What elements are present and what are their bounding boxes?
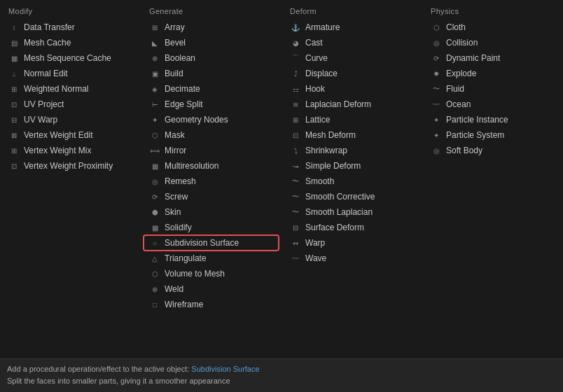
menu-item-laplacian-deform[interactable]: ≋Laplacian Deform [284, 97, 419, 112]
warp-icon: ↭ [290, 237, 301, 248]
menu-item-label: Smooth Corrective [305, 192, 375, 202]
wireframe-icon: □ [149, 299, 160, 310]
menu-item-weighted-normal[interactable]: ⊞Weighted Normal [3, 81, 138, 97]
menu-item-smooth[interactable]: 〜Smooth [284, 174, 419, 189]
menu-item-wave[interactable]: 〰Wave [284, 251, 419, 266]
menu-item-wireframe[interactable]: □Wireframe [144, 297, 279, 312]
menu-item-dynamic-paint[interactable]: ⟳Dynamic Paint [425, 50, 560, 66]
menu-item-label: Wave [305, 253, 326, 263]
menu-item-data-transfer[interactable]: ↕Data Transfer [3, 20, 138, 35]
menu-item-decimate[interactable]: ◈Decimate [144, 81, 279, 97]
part-inst-icon: ✦ [431, 114, 442, 125]
column-header-modify: Modify [3, 6, 138, 20]
menu-item-bevel[interactable]: ◣Bevel [144, 35, 279, 50]
menu-item-volume-to-mesh[interactable]: ⬡Volume to Mesh [144, 266, 279, 281]
menu-item-vertex-weight-edit[interactable]: ⊠Vertex Weight Edit [3, 127, 138, 143]
menu-item-triangulate[interactable]: △Triangulate [144, 251, 279, 266]
menu-item-mirror[interactable]: ⟺Mirror [144, 143, 279, 158]
menu-item-armature[interactable]: ⚓Armature [284, 20, 419, 35]
menu-item-multiresolution[interactable]: ▦Multiresolution [144, 158, 279, 174]
menu-item-label: Mesh Cache [24, 38, 71, 48]
menu-item-label: Skin [165, 207, 181, 217]
menu-item-fluid[interactable]: 〜Fluid [425, 81, 560, 97]
menu-item-label: Surface Deform [305, 223, 364, 232]
menu-item-build[interactable]: ▣Build [144, 66, 279, 81]
menu-item-label: Particle Instance [446, 115, 508, 125]
menu-item-ocean[interactable]: 〰Ocean [425, 97, 560, 112]
menu-item-normal-edit[interactable]: ⟂Normal Edit [3, 66, 138, 81]
menu-item-solidify[interactable]: ▩Solidify [144, 220, 279, 235]
menu-item-uv-warp[interactable]: ⊟UV Warp [3, 112, 138, 127]
menu-item-uv-project[interactable]: ⊡UV Project [3, 97, 138, 112]
menu-item-soft-body[interactable]: ◎Soft Body [425, 143, 560, 158]
menu-item-label: Weld [165, 284, 183, 294]
hook-icon: ⚏ [290, 83, 301, 94]
menu-item-mesh-deform[interactable]: ⊡Mesh Deform [284, 127, 419, 143]
column-modify: Modify↕Data Transfer▤Mesh Cache▦Mesh Seq… [0, 6, 141, 358]
vw-mix-icon: ⊞ [8, 145, 20, 156]
menu-item-geometry-nodes[interactable]: ✦Geometry Nodes [144, 112, 279, 127]
menu-item-label: Mesh Deform [305, 130, 356, 140]
menu-item-boolean[interactable]: ⊕Boolean [144, 50, 279, 66]
menu-item-label: Wireframe [165, 300, 203, 309]
menu-item-remesh[interactable]: ◎Remesh [144, 174, 279, 189]
edge-split-icon: ⊢ [149, 99, 160, 110]
smooth-icon: 〜 [290, 176, 301, 187]
menu-item-label: Array [165, 22, 185, 32]
menu-item-mesh-sequence-cache[interactable]: ▦Mesh Sequence Cache [3, 50, 138, 66]
explode-icon: ✸ [431, 68, 442, 79]
mask-icon: ⬡ [149, 130, 160, 141]
menu-item-label: Soft Body [446, 146, 482, 155]
menu-item-array[interactable]: ⊞Array [144, 20, 279, 35]
menu-item-particle-instance[interactable]: ✦Particle Instance [425, 112, 560, 127]
uv-proj-icon: ⊡ [8, 99, 20, 110]
menu-item-warp[interactable]: ↭Warp [284, 235, 419, 251]
menu-item-cloth[interactable]: ⬡Cloth [425, 20, 560, 35]
tooltip-highlight: Subdivision Surface [191, 365, 259, 373]
build-icon: ▣ [149, 68, 160, 79]
column-header-deform: Deform [284, 6, 419, 20]
multires-icon: ▦ [149, 160, 160, 172]
menu-item-simple-deform[interactable]: ↝Simple Deform [284, 158, 419, 174]
menu-item-hook[interactable]: ⚏Hook [284, 81, 419, 97]
menu-item-label: Solidify [165, 223, 192, 232]
normal-icon: ⟂ [8, 68, 20, 79]
menu-item-subdivision-surface[interactable]: ○Subdivision Surface [144, 235, 279, 251]
menu-item-cast[interactable]: ◕Cast [284, 35, 419, 50]
menu-item-label: Decimate [165, 84, 200, 94]
menu-item-lattice[interactable]: ⊞Lattice [284, 112, 419, 127]
columns-row: Modify↕Data Transfer▤Mesh Cache▦Mesh Seq… [0, 0, 563, 358]
menu-item-smooth-laplacian[interactable]: 〜Smooth Laplacian [284, 204, 419, 220]
menu-item-smooth-corrective[interactable]: 〜Smooth Corrective [284, 189, 419, 204]
menu-item-shrinkwrap[interactable]: ⤵Shrinkwrap [284, 143, 419, 158]
menu-item-particle-system[interactable]: ✦Particle System [425, 127, 560, 143]
menu-item-vertex-weight-proximity[interactable]: ⊡Vertex Weight Proximity [3, 158, 138, 174]
solidify-icon: ▩ [149, 222, 160, 233]
menu-item-collision[interactable]: ◎Collision [425, 35, 560, 50]
menu-item-skin[interactable]: ⬢Skin [144, 204, 279, 220]
menu-item-mesh-cache[interactable]: ▤Mesh Cache [3, 35, 138, 50]
menu-item-mask[interactable]: ⬡Mask [144, 127, 279, 143]
menu-item-surface-deform[interactable]: ⊟Surface Deform [284, 220, 419, 235]
menu-item-label: Warp [305, 238, 325, 248]
menu-item-explode[interactable]: ✸Explode [425, 66, 560, 81]
tooltip-bar: Add a procedural operation/effect to the… [0, 358, 563, 392]
menu-item-displace[interactable]: ⤴Displace [284, 66, 419, 81]
menu-item-weld[interactable]: ⊕Weld [144, 281, 279, 297]
menu-item-label: Boolean [165, 53, 195, 63]
smooth-corr-icon: 〜 [290, 191, 301, 202]
skin-icon: ⬢ [149, 206, 160, 218]
bevel-icon: ◣ [149, 37, 160, 48]
column-header-generate: Generate [144, 6, 279, 20]
menu-item-label: Mirror [165, 146, 186, 155]
vw-edit-icon: ⊠ [8, 130, 20, 141]
menu-item-curve[interactable]: ⌒Curve [284, 50, 419, 66]
column-generate: Generate⊞Array◣Bevel⊕Boolean▣Build◈Decim… [141, 6, 282, 358]
menu-item-label: Explode [446, 69, 476, 78]
menu-item-label: Volume to Mesh [165, 269, 225, 279]
menu-item-label: Fluid [446, 84, 464, 94]
weld-icon: ⊕ [149, 284, 160, 295]
menu-item-screw[interactable]: ⟳Screw [144, 189, 279, 204]
menu-item-vertex-weight-mix[interactable]: ⊞Vertex Weight Mix [3, 143, 138, 158]
menu-item-edge-split[interactable]: ⊢Edge Split [144, 97, 279, 112]
